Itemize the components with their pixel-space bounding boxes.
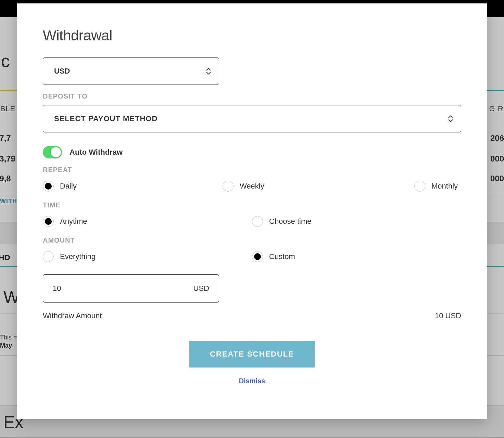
time-label: TIME xyxy=(43,201,461,209)
payout-method-placeholder: SELECT PAYOUT METHOD xyxy=(54,114,158,123)
amount-everything-label: Everything xyxy=(60,252,96,261)
radio-icon xyxy=(43,251,54,262)
time-choose[interactable]: Choose time xyxy=(252,214,461,229)
amount-everything[interactable]: Everything xyxy=(43,249,252,264)
withdraw-summary: Withdraw Amount 10 USD xyxy=(43,311,461,320)
toggle-knob xyxy=(51,147,61,157)
withdrawal-modal: Withdrawal USD DEPOSIT TO SELECT PAYOUT … xyxy=(17,3,487,419)
repeat-daily-label: Daily xyxy=(60,182,77,191)
amount-options: Everything Custom xyxy=(43,249,461,264)
repeat-options: Daily Weekly Monthly xyxy=(43,179,461,194)
payout-method-select[interactable]: SELECT PAYOUT METHOD xyxy=(43,105,461,132)
modal-title: Withdrawal xyxy=(43,27,461,44)
radio-icon xyxy=(414,181,425,192)
radio-icon xyxy=(252,251,263,262)
time-anytime[interactable]: Anytime xyxy=(43,214,252,229)
summary-label: Withdraw Amount xyxy=(43,311,102,320)
amount-label: AMOUNT xyxy=(43,236,461,244)
radio-icon xyxy=(43,216,54,227)
auto-withdraw-row: Auto Withdraw xyxy=(43,146,461,158)
amount-suffix: USD xyxy=(193,284,209,293)
deposit-to-label: DEPOSIT TO xyxy=(43,92,461,100)
create-schedule-button[interactable]: CREATE SCHEDULE xyxy=(189,341,315,368)
auto-withdraw-label: Auto Withdraw xyxy=(70,148,123,157)
auto-withdraw-toggle[interactable] xyxy=(43,146,62,158)
time-choose-label: Choose time xyxy=(269,217,312,226)
dismiss-button[interactable]: Dismiss xyxy=(239,377,265,385)
repeat-daily[interactable]: Daily xyxy=(43,179,223,194)
currency-value: USD xyxy=(54,67,70,76)
radio-icon xyxy=(223,181,234,192)
time-options: Anytime Choose time xyxy=(43,214,461,229)
repeat-monthly-label: Monthly xyxy=(431,182,458,191)
repeat-monthly[interactable]: Monthly xyxy=(414,179,458,194)
amount-input-wrap: USD xyxy=(43,274,219,302)
radio-icon xyxy=(252,216,263,227)
modal-actions: CREATE SCHEDULE Dismiss xyxy=(43,341,461,385)
repeat-weekly-label: Weekly xyxy=(240,182,264,191)
amount-custom[interactable]: Custom xyxy=(252,249,461,264)
currency-select[interactable]: USD xyxy=(43,57,219,85)
time-anytime-label: Anytime xyxy=(60,217,87,226)
repeat-weekly[interactable]: Weekly xyxy=(223,179,414,194)
amount-field[interactable] xyxy=(53,284,189,293)
chevron-updown-icon xyxy=(206,68,211,75)
summary-value: 10 USD xyxy=(435,311,461,320)
repeat-label: REPEAT xyxy=(43,166,461,174)
amount-custom-label: Custom xyxy=(269,252,295,261)
chevron-updown-icon xyxy=(448,115,453,123)
radio-icon xyxy=(43,181,54,192)
